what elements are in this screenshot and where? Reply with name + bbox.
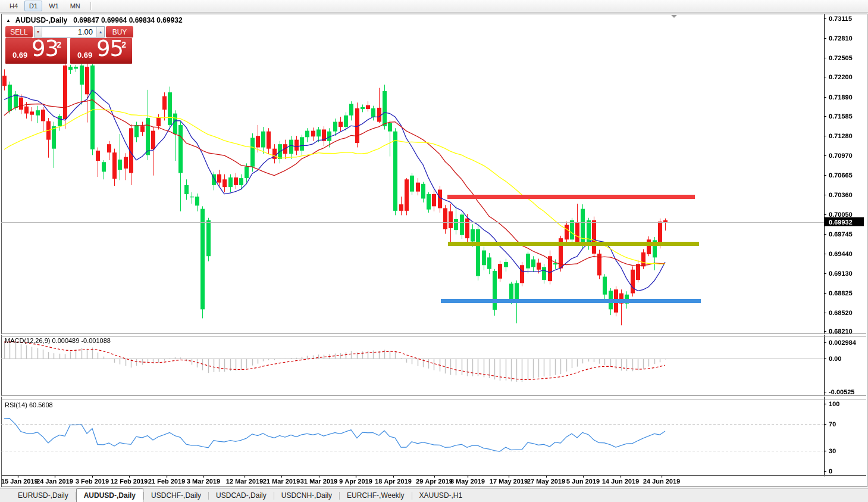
timeframe-button-mn[interactable]: MN bbox=[65, 1, 85, 11]
sell-button[interactable]: SELL bbox=[5, 26, 33, 38]
rsi-indicator-label: RSI(14) 60.5608 bbox=[5, 401, 53, 409]
chart-canvas[interactable] bbox=[0, 0, 868, 502]
chart-tabs-bar: EURUSD-,DailyAUDUSD-,DailyUSDCHF-,DailyU… bbox=[0, 488, 868, 502]
sell-price-panel[interactable]: 0.69 93 2 bbox=[5, 38, 67, 64]
buy-price-superscript: 2 bbox=[121, 40, 126, 49]
chart-tab-eurchf[interactable]: EURCHF-,Weekly bbox=[340, 489, 411, 502]
timeframe-button-h4[interactable]: H4 bbox=[5, 1, 23, 11]
toolbar-separator bbox=[90, 2, 92, 10]
buy-price-panel[interactable]: 0.69 95 2 bbox=[70, 38, 132, 64]
timeframe-button-d1[interactable]: D1 bbox=[24, 1, 42, 11]
chart-header: ▲ AUDUSD-,Daily 0.69847 0.69964 0.69834 … bbox=[6, 16, 183, 24]
sell-price-superscript: 2 bbox=[57, 40, 61, 49]
timeframe-toolbar: H4D1W1MN bbox=[0, 0, 868, 13]
sell-price-big-digits: 93 bbox=[32, 36, 58, 61]
buy-price-big-digits: 95 bbox=[96, 36, 123, 61]
chart-tab-usdcad[interactable]: USDCAD-,Daily bbox=[209, 489, 274, 502]
chart-symbol-label: AUDUSD-,Daily bbox=[15, 16, 67, 24]
chart-tab-usdchf[interactable]: USDCHF-,Daily bbox=[144, 489, 208, 502]
one-click-trading-widget: SELL ▾ ▴ BUY 0.69 93 2 0.69 95 2 bbox=[5, 26, 133, 64]
timeframe-button-w1[interactable]: W1 bbox=[44, 1, 64, 11]
chart-ohlc-values: 0.69847 0.69964 0.69834 0.69932 bbox=[73, 16, 183, 24]
chart-tab-xauusd[interactable]: XAUUSD-,H1 bbox=[412, 489, 470, 502]
chart-tab-usdcnh[interactable]: USDCNH-,Daily bbox=[274, 489, 339, 502]
chart-tab-eurusd[interactable]: EURUSD-,Daily bbox=[11, 489, 76, 502]
chart-tab-audusd[interactable]: AUDUSD-,Daily bbox=[76, 488, 143, 502]
mt4-window: H4D1W1MN ▲ AUDUSD-,Daily 0.69847 0.69964… bbox=[0, 0, 868, 502]
sell-price-fraction: 0.69 bbox=[12, 51, 27, 60]
buy-price-fraction: 0.69 bbox=[77, 51, 92, 60]
collapse-triangle-icon[interactable]: ▲ bbox=[6, 18, 11, 23]
macd-indicator-label: MACD(12,26,9) 0.000489 -0.001088 bbox=[5, 337, 111, 344]
